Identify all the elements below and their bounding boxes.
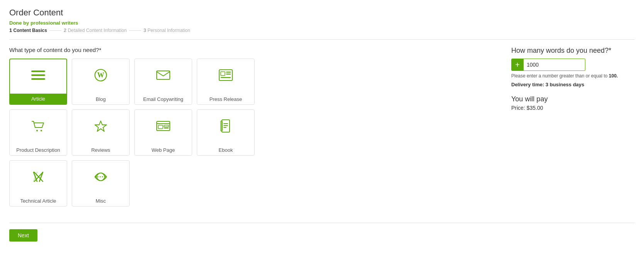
product-description-icon <box>31 120 45 135</box>
svg-marker-13 <box>95 121 106 131</box>
content-card-article[interactable]: Article <box>9 59 67 105</box>
svg-rect-8 <box>226 72 231 73</box>
words-label: How many words do you need?* <box>511 47 635 55</box>
svg-rect-7 <box>221 72 225 76</box>
content-card-misc[interactable]: Misc <box>72 160 130 206</box>
plus-button[interactable]: + <box>511 59 524 71</box>
technical-article-label: Technical Article <box>10 196 67 206</box>
right-panel: How many words do you need?* + Please en… <box>511 47 635 211</box>
content-card-product-description[interactable]: Product Description <box>9 109 67 156</box>
ebook-icon <box>220 119 231 135</box>
left-section: What type of content do you need?* <box>9 47 496 211</box>
content-card-reviews[interactable]: Reviews <box>72 109 130 156</box>
step-1: 1 Content Basics <box>9 27 47 33</box>
reviews-label: Reviews <box>72 145 129 155</box>
min-words-value: 100. <box>609 73 618 79</box>
svg-rect-1 <box>31 74 45 76</box>
svg-point-11 <box>36 130 38 131</box>
content-card-blog[interactable]: W Blog <box>72 59 130 105</box>
svg-rect-15 <box>157 123 170 124</box>
article-icon <box>31 70 45 83</box>
svg-rect-2 <box>31 78 45 80</box>
content-type-grid-row1: Article W Blog <box>9 59 496 105</box>
svg-rect-14 <box>157 121 170 131</box>
blog-label: Blog <box>72 94 129 104</box>
content-type-label: What type of content do you need?* <box>9 47 496 53</box>
product-description-label: Product Description <box>10 145 67 155</box>
ebook-label: Ebook <box>197 145 254 155</box>
svg-rect-0 <box>31 71 45 72</box>
word-count-input[interactable] <box>524 59 585 71</box>
article-label: Article <box>10 94 66 104</box>
web-page-icon <box>156 121 170 134</box>
price-display: Price: $35.00 <box>511 105 635 111</box>
word-count-input-row: + <box>511 59 635 71</box>
content-card-press-release[interactable]: Press Release <box>197 59 255 105</box>
press-release-icon <box>219 69 233 84</box>
content-card-email-copywriting[interactable]: Email Copywriting <box>134 59 192 105</box>
words-hint: Please enter a number greater than or eq… <box>511 73 635 79</box>
svg-rect-17 <box>164 125 169 127</box>
content-card-technical-article[interactable]: Technical Article <box>9 160 67 206</box>
web-page-label: Web Page <box>135 145 192 155</box>
reviews-icon <box>94 120 107 135</box>
page-title: Order Content <box>9 8 635 18</box>
svg-point-12 <box>41 130 42 131</box>
steps-indicator: 1 Content Basics ──── 2 Detailed Content… <box>9 27 635 33</box>
step-2: 2 Detailed Content Information <box>64 27 127 33</box>
technical-article-icon <box>32 170 45 186</box>
svg-rect-5 <box>157 71 170 79</box>
content-card-web-page[interactable]: Web Page <box>134 109 192 156</box>
svg-rect-21 <box>223 123 228 124</box>
svg-rect-18 <box>164 128 169 129</box>
email-copywriting-label: Email Copywriting <box>135 94 192 104</box>
email-icon <box>156 70 170 83</box>
delivery-time: Delivery time: 3 business days <box>511 82 635 87</box>
content-type-grid-row2: Product Description Reviews <box>9 109 496 156</box>
press-release-label: Press Release <box>197 94 254 104</box>
misc-icon <box>94 171 107 185</box>
content-type-grid-row3: Technical Article <box>9 160 496 206</box>
svg-rect-9 <box>226 74 231 75</box>
content-card-ebook[interactable]: Ebook <box>197 109 255 156</box>
subtitle: Done by professional writers <box>9 20 635 26</box>
svg-rect-10 <box>221 77 231 78</box>
svg-text:W: W <box>97 71 104 79</box>
svg-rect-22 <box>223 125 228 126</box>
misc-label: Misc <box>72 196 129 206</box>
step-3: 3 Personal Information <box>144 27 190 33</box>
bottom-bar: Next <box>9 223 635 242</box>
blog-icon: W <box>94 69 107 84</box>
svg-rect-16 <box>158 125 163 129</box>
you-will-pay-label: You will pay <box>511 95 635 103</box>
next-button[interactable]: Next <box>9 229 37 242</box>
top-divider <box>9 39 635 40</box>
svg-rect-6 <box>219 70 232 81</box>
svg-rect-23 <box>223 127 226 128</box>
